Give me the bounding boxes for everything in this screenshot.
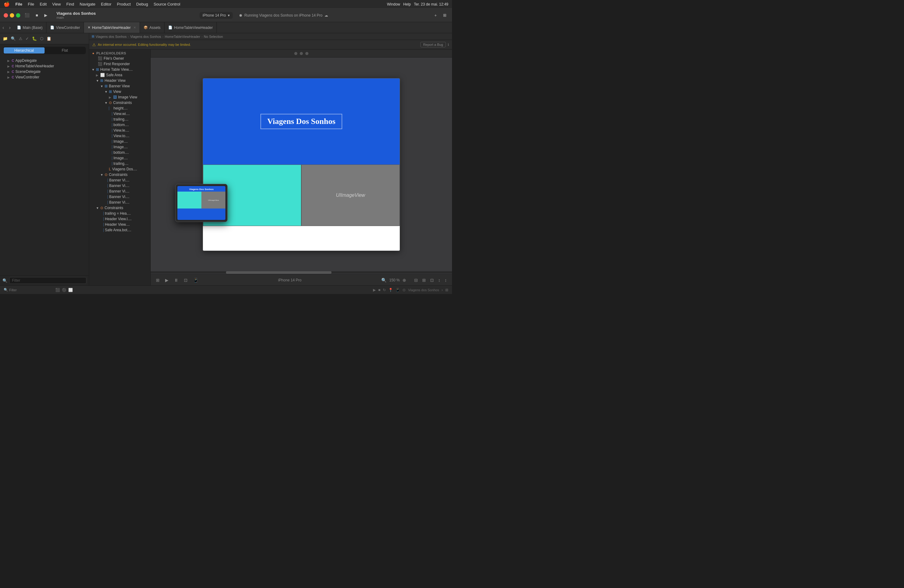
ib-item-bottom[interactable]: ⎹ bottom.... bbox=[89, 122, 150, 128]
ib-item-trailing2[interactable]: ⎹ trailing.... bbox=[89, 161, 150, 166]
ib-item-home-table-view[interactable]: ▼ ⊞ Home Table View.... bbox=[89, 67, 150, 72]
ib-item-safe-area-bot[interactable]: ⎹ Safe Area.bot.... bbox=[89, 227, 150, 233]
run-btn[interactable]: ▶ bbox=[43, 12, 49, 19]
menu-xcode[interactable]: File bbox=[15, 2, 22, 6]
ib-item-banner-vi4[interactable]: ⎹ Banner Vi.... bbox=[89, 194, 150, 199]
breadcrumb-group[interactable]: Viagens dos Sonhos bbox=[130, 35, 161, 38]
menu-window[interactable]: Window bbox=[387, 2, 400, 6]
ib-item-header-view2[interactable]: ⎹ Header View.... bbox=[89, 222, 150, 227]
ib-item-constraints-3[interactable]: ▼ ⊙ Constraints bbox=[89, 205, 150, 211]
status-phone-btn[interactable]: 📱 bbox=[395, 288, 400, 292]
inspector-1-btn[interactable]: ⊟ bbox=[412, 277, 419, 283]
status-icon-btn-3[interactable]: ⬜ bbox=[68, 288, 73, 292]
tree-item-appdelegate[interactable]: ▶ C AppDelegate bbox=[0, 58, 89, 63]
menu-find[interactable]: Find bbox=[66, 2, 74, 6]
view-as-btn[interactable]: ⊞ bbox=[154, 277, 161, 283]
ib-item-view-to[interactable]: ⎹ View.to.... bbox=[89, 133, 150, 139]
ib-item-header-view-l[interactable]: ⎹ Header View.l.... bbox=[89, 216, 150, 222]
ib-item-image-c2[interactable]: ⎹ Image.... bbox=[89, 144, 150, 150]
menu-edit[interactable]: Edit bbox=[40, 2, 46, 6]
ib-item-image-view[interactable]: ▶ 🖼 Image View bbox=[89, 95, 150, 100]
maximize-button[interactable] bbox=[16, 13, 20, 17]
nav-folder-btn[interactable]: 📁 bbox=[2, 35, 9, 42]
nav-warning-btn[interactable]: ⚠ bbox=[18, 35, 24, 42]
report-bug-button[interactable]: Report a Bug bbox=[420, 42, 446, 47]
menu-editor[interactable]: Editor bbox=[101, 2, 111, 6]
tree-item-viewcontroller[interactable]: ▶ C ViewController bbox=[0, 74, 89, 80]
sidebar-toggle-btn[interactable]: ⬛ bbox=[23, 12, 32, 19]
status-play-btn[interactable]: ▶ bbox=[373, 288, 376, 292]
menu-help[interactable]: Help bbox=[403, 2, 411, 6]
ib-item-banner-vi3[interactable]: ⎹ Banner Vi.... bbox=[89, 188, 150, 194]
breadcrumb-file[interactable]: HomeTableViewHeader bbox=[165, 35, 200, 38]
ib-item-image-c1[interactable]: ⎹ Image.... bbox=[89, 139, 150, 144]
ib-item-view[interactable]: ▼ ⊞ View bbox=[89, 89, 150, 95]
tab-forward-btn[interactable]: › bbox=[6, 22, 13, 33]
stop-btn[interactable]: ■ bbox=[34, 12, 40, 19]
ib-item-banner-vi2[interactable]: ⎹ Banner Vi.... bbox=[89, 183, 150, 188]
layout-toggle-btn[interactable]: ⊞ bbox=[441, 12, 448, 19]
nav-breakpoint-btn[interactable]: ⬡ bbox=[39, 35, 44, 42]
menu-file[interactable]: File bbox=[28, 2, 34, 6]
hierarchical-btn[interactable]: Hierarchical bbox=[4, 47, 44, 54]
inspector-2-btn[interactable]: ⊞ bbox=[420, 277, 427, 283]
embed-btn[interactable]: ⊡ bbox=[182, 277, 189, 283]
tab-viewcontroller[interactable]: 📄 ViewController bbox=[46, 22, 84, 33]
filter-input[interactable] bbox=[9, 277, 86, 284]
status-icon-btn-2[interactable]: ⚫ bbox=[62, 288, 66, 292]
app-title-label[interactable]: Viagens Dos Sonhos bbox=[261, 114, 342, 129]
status-arrow-btn[interactable]: › bbox=[441, 288, 443, 292]
device-selector[interactable]: iPhone 14 Pro ▾ bbox=[199, 12, 233, 19]
ib-item-image-c3[interactable]: ⎹ Image.... bbox=[89, 155, 150, 161]
ib-item-bottom2[interactable]: ⎹ bottom.... bbox=[89, 150, 150, 155]
status-filter-input[interactable] bbox=[9, 288, 52, 292]
horizontal-scrollbar[interactable] bbox=[151, 271, 452, 274]
ib-item-view-wi[interactable]: ⎹ View.wi.... bbox=[89, 111, 150, 117]
ib-item-header-view[interactable]: ▼ ⊞ Header View bbox=[89, 78, 150, 83]
inspector-3-btn[interactable]: ⊡ bbox=[428, 277, 435, 283]
pause-btn[interactable]: ⏸ bbox=[172, 277, 180, 283]
canvas-area[interactable]: Viagens Dos Sonhos UIImageView bbox=[151, 57, 452, 271]
popup-thumbnail[interactable]: ✕ Viagens Dos Sonhos UIImageView bbox=[175, 184, 228, 222]
ib-item-viagens-label[interactable]: L Viagens Dos.... bbox=[89, 166, 150, 172]
phone-btn[interactable]: 📱 bbox=[191, 277, 200, 283]
tab-main-base[interactable]: 📄 Main (Base) bbox=[13, 22, 47, 33]
ib-item-constraints-1[interactable]: ▼ ⊙ Constraints bbox=[89, 100, 150, 106]
tab-assets[interactable]: 📦 Assets bbox=[140, 22, 164, 33]
tab-home-table-header[interactable]: ✕ HomeTableViewHeader ✕ bbox=[84, 22, 140, 33]
files-owner-item[interactable]: ⬛ File's Owner bbox=[89, 56, 150, 61]
nav-search-btn[interactable]: 🔍 bbox=[10, 35, 17, 42]
add-btn[interactable]: ＋ bbox=[432, 12, 439, 19]
ib-item-banner-vi5[interactable]: ⎹ Banner Vi.... bbox=[89, 199, 150, 205]
nav-debug-btn[interactable]: 🐛 bbox=[31, 35, 38, 42]
inspector-5-btn[interactable]: ↕ bbox=[443, 277, 448, 283]
ib-item-banner-vi1[interactable]: ⎹ Banner Vi.... bbox=[89, 177, 150, 183]
ib-item-constraints-2[interactable]: ▼ ⊙ Constraints bbox=[89, 172, 150, 177]
menu-debug[interactable]: Debug bbox=[136, 2, 148, 6]
status-stop-btn[interactable]: ■ bbox=[378, 288, 380, 292]
ib-item-view-le[interactable]: ⎹ View.le.... bbox=[89, 128, 150, 133]
tab-home-table-header-2[interactable]: 📄 HomeTableViewHeader bbox=[164, 22, 217, 33]
first-responder-item[interactable]: ⬛ First Responder bbox=[89, 61, 150, 67]
ib-item-banner-view[interactable]: ▼ ⊞ Banner View bbox=[89, 83, 150, 89]
nav-report-btn[interactable]: 📋 bbox=[46, 35, 52, 42]
play-btn[interactable]: ▶ bbox=[164, 277, 170, 283]
tree-item-hometableviewheader[interactable]: ▶ C HomeTableViewHeader bbox=[0, 63, 89, 69]
zoom-in-btn[interactable]: ⊕ bbox=[401, 277, 408, 283]
tree-item-scenedelegate[interactable]: ▶ C SceneDelegate bbox=[0, 69, 89, 74]
menu-navigate[interactable]: Navigate bbox=[80, 2, 95, 6]
nav-test-btn[interactable]: ✓ bbox=[25, 35, 30, 42]
close-button[interactable] bbox=[4, 13, 8, 17]
zoom-out-btn[interactable]: 🔍 bbox=[380, 277, 388, 283]
status-location-btn[interactable]: 📍 bbox=[388, 288, 393, 292]
menu-product[interactable]: Product bbox=[117, 2, 131, 6]
ib-item-safe-area[interactable]: ▶ ⬜ Safe Area bbox=[89, 72, 150, 78]
status-reload-btn[interactable]: ↻ bbox=[383, 288, 386, 292]
ib-item-height[interactable]: ⎸ height.... bbox=[89, 106, 150, 111]
inspector-4-btn[interactable]: ↕ bbox=[437, 277, 442, 283]
ib-item-trailing-hea[interactable]: ⎹ trailing = Hea.... bbox=[89, 211, 150, 216]
menu-source-control[interactable]: Source Control bbox=[153, 2, 180, 6]
status-expand-btn[interactable]: ⊞ bbox=[445, 288, 448, 292]
status-icon-btn-1[interactable]: ⬛ bbox=[55, 288, 60, 292]
status-circle-btn[interactable]: ⊙ bbox=[403, 288, 406, 292]
